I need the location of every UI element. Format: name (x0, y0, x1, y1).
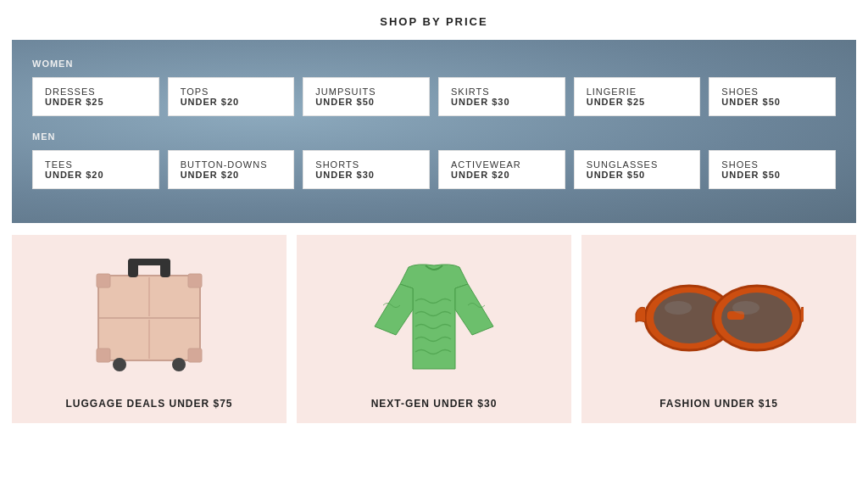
men-cards-row: TEESUNDER $20BUTTON-DOWNSUNDER $20SHORTS… (32, 150, 836, 189)
women-label: WOMEN (32, 59, 836, 69)
men-price-card-3[interactable]: ACTIVEWEARUNDER $20 (438, 150, 565, 189)
luggage-tile[interactable]: LUGGAGE DEALS UNDER $75 (12, 235, 287, 423)
svg-point-19 (732, 301, 760, 315)
women-price-card-0[interactable]: DRESSESUNDER $25 (32, 77, 159, 116)
svg-rect-8 (188, 349, 202, 362)
women-price-card-1[interactable]: TOPSUNDER $20 (168, 77, 295, 116)
svg-point-10 (172, 358, 186, 371)
sunglasses-label: FASHION UNDER $15 (659, 398, 778, 410)
men-price-card-4[interactable]: SUNGLASSESUNDER $50 (574, 150, 701, 189)
svg-rect-7 (97, 349, 110, 362)
shirt-tile[interactable]: NEXT-GEN UNDER $30 (297, 235, 571, 423)
women-price-card-2[interactable]: JUMPSUITSUNDER $50 (303, 77, 430, 116)
women-price-card-5[interactable]: SHOESUNDER $50 (709, 77, 836, 116)
page-title: SHOP BY PRICE (0, 0, 868, 40)
shop-by-price-section: WOMEN DRESSESUNDER $25TOPSUNDER $20JUMPS… (12, 40, 856, 223)
shirt-image (349, 250, 519, 386)
luggage-image (64, 250, 234, 386)
svg-rect-3 (128, 259, 170, 265)
svg-rect-5 (97, 274, 110, 287)
svg-point-9 (113, 358, 126, 371)
women-price-card-3[interactable]: SKIRTSUNDER $30 (438, 77, 565, 116)
sunglasses-image (634, 250, 804, 386)
svg-rect-6 (188, 274, 202, 287)
women-cards-row: DRESSESUNDER $25TOPSUNDER $20JUMPSUITSUN… (32, 77, 836, 116)
svg-point-18 (665, 301, 692, 315)
luggage-label: LUGGAGE DEALS UNDER $75 (65, 398, 232, 410)
shirt-label: NEXT-GEN UNDER $30 (371, 398, 498, 410)
men-price-card-0[interactable]: TEESUNDER $20 (32, 150, 159, 189)
women-price-card-4[interactable]: LINGERIEUNDER $25 (574, 77, 701, 116)
men-price-card-2[interactable]: SHORTSUNDER $30 (303, 150, 430, 189)
men-price-card-1[interactable]: BUTTON-DOWNSUNDER $20 (168, 150, 295, 189)
sunglasses-tile[interactable]: FASHION UNDER $15 (581, 235, 856, 423)
women-section: WOMEN DRESSESUNDER $25TOPSUNDER $20JUMPS… (32, 59, 836, 116)
men-label: MEN (32, 131, 836, 142)
product-tiles: LUGGAGE DEALS UNDER $75 (12, 235, 856, 423)
men-section: MEN TEESUNDER $20BUTTON-DOWNSUNDER $20SH… (32, 131, 836, 189)
men-price-card-5[interactable]: SHOESUNDER $50 (709, 150, 836, 189)
